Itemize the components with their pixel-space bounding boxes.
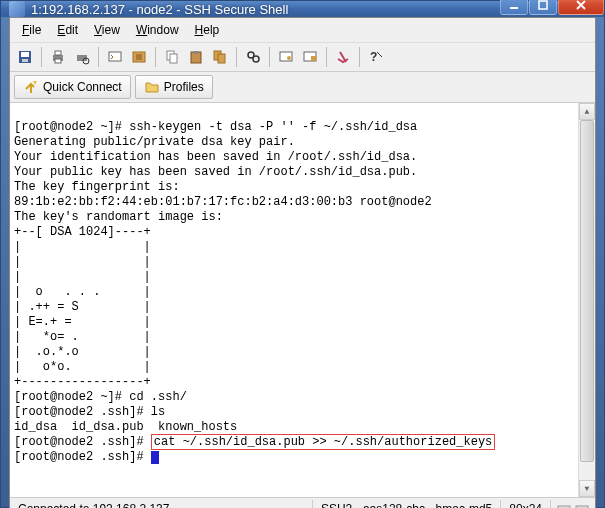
svg-rect-15 [194,51,198,54]
newterm-icon [107,49,123,65]
printpreview-icon [74,49,90,65]
terminal-line: [root@node2 ~]# ssh-keygen -t dsa -P '' … [14,120,417,134]
terminal-line: | | [14,270,151,284]
svg-rect-10 [109,52,121,61]
status-icons [551,502,595,509]
scroll-track[interactable] [579,120,595,480]
terminal-line: 89:1b:e2:bb:f2:44:eb:01:b7:17:fc:b2:a4:d… [14,195,432,209]
duplicate-button[interactable] [209,46,231,68]
settings2-icon [302,49,318,65]
terminal-line: | .o.*.o | [14,345,151,359]
new-file-button[interactable] [128,46,150,68]
maximize-icon [538,0,548,10]
copy-button[interactable] [161,46,183,68]
terminal-line: | .++ = S | [14,300,151,314]
terminal-line: [root@node2 ~]# cd .ssh/ [14,390,187,404]
menu-edit[interactable]: Edit [49,20,86,40]
svg-rect-4 [22,59,28,62]
terminal-line: The key's randomart image is: [14,210,223,224]
folder-icon [144,79,160,95]
terminal-line: +-----------------+ [14,375,151,389]
disconnect-icon [335,49,351,65]
terminal-line: +--[ DSA 1024]----+ [14,225,151,239]
profiles-button[interactable]: Profiles [135,75,213,99]
status-indicator-icon [557,502,571,509]
menu-file[interactable]: File [14,20,49,40]
scroll-up-button[interactable]: ▲ [579,103,595,120]
terminal-prompt: [root@node2 .ssh]# [14,435,151,449]
statusbar: Connected to 192.168.2.137 SSH2 - aes128… [10,497,595,508]
terminal-line: [root@node2 .ssh]# ls [14,405,165,419]
duplicate-icon [212,49,228,65]
terminal-line: Generating public/private dsa key pair. [14,135,295,149]
terminal-line: The key fingerprint is: [14,180,180,194]
svg-rect-23 [311,56,316,61]
find-button[interactable] [242,46,264,68]
svg-rect-7 [55,59,61,63]
paste-icon [188,49,204,65]
find-icon [245,49,261,65]
titlebar[interactable]: 1:192.168.2.137 - node2 - SSH Secure She… [1,1,604,17]
svg-text:?: ? [370,50,377,64]
settings1-icon [278,49,294,65]
terminal-line: id_dsa id_dsa.pub known_hosts [14,420,237,434]
menubar: File Edit View Window Help [10,18,595,43]
app-window: 1:192.168.2.137 - node2 - SSH Secure She… [0,0,605,508]
menu-help[interactable]: Help [187,20,228,40]
status-connection: Connected to 192.168.2.137 [10,500,313,509]
new-terminal-button[interactable] [104,46,126,68]
vertical-scrollbar[interactable]: ▲ ▼ [578,103,595,497]
svg-rect-1 [539,1,547,9]
svg-rect-6 [55,51,61,55]
quick-connect-label: Quick Connect [43,80,122,94]
minimize-icon [509,0,519,10]
disconnect-button[interactable] [332,46,354,68]
highlighted-command: cat ~/.ssh/id_dsa.pub >> ~/.ssh/authoriz… [151,434,495,450]
status-indicator-icon [575,502,589,509]
status-size: 80x24 [501,500,551,509]
terminal-line: | E=.+ = | [14,315,151,329]
print-button[interactable] [47,46,69,68]
window-title: 1:192.168.2.137 - node2 - SSH Secure She… [31,2,499,17]
status-cipher: SSH2 - aes128-cbc - hmac-md5 [313,500,501,509]
menu-view[interactable]: View [86,20,128,40]
paste-button[interactable] [185,46,207,68]
quickbar: Quick Connect Profiles [10,72,595,103]
terminal-line: Your identification has been saved in /r… [14,150,417,164]
terminal-line: | *o= . | [14,330,151,344]
maximize-button[interactable] [529,0,557,15]
svg-rect-17 [218,54,225,63]
save-icon [17,49,33,65]
terminal-line: | o*o. | [14,360,151,374]
terminal[interactable]: [root@node2 ~]# ssh-keygen -t dsa -P '' … [10,103,595,497]
help-button[interactable]: ? [365,46,387,68]
copy-icon [164,49,180,65]
client-area: File Edit View Window Help [9,17,596,508]
connect-icon [23,79,39,95]
svg-rect-0 [510,7,518,9]
print-icon [50,49,66,65]
svg-rect-3 [21,52,29,57]
terminal-line: | o . . . | [14,285,151,299]
settings1-button[interactable] [275,46,297,68]
minimize-button[interactable] [500,0,528,15]
terminal-line: | | [14,240,151,254]
quick-connect-button[interactable]: Quick Connect [14,75,131,99]
scroll-thumb[interactable] [580,120,594,462]
menu-window[interactable]: Window [128,20,187,40]
terminal-line: | | [14,255,151,269]
scroll-down-button[interactable]: ▼ [579,480,595,497]
terminal-line: Your public key has been saved in /root/… [14,165,417,179]
svg-point-19 [253,56,259,62]
app-icon [9,1,25,17]
help-icon: ? [368,49,384,65]
svg-rect-13 [170,54,177,63]
save-button[interactable] [14,46,36,68]
print-preview-button[interactable] [71,46,93,68]
close-button[interactable] [558,0,604,15]
terminal-prompt: [root@node2 .ssh]# [14,450,151,464]
profiles-label: Profiles [164,80,204,94]
close-icon [576,0,586,10]
toolbar: ? [10,43,595,72]
settings2-button[interactable] [299,46,321,68]
